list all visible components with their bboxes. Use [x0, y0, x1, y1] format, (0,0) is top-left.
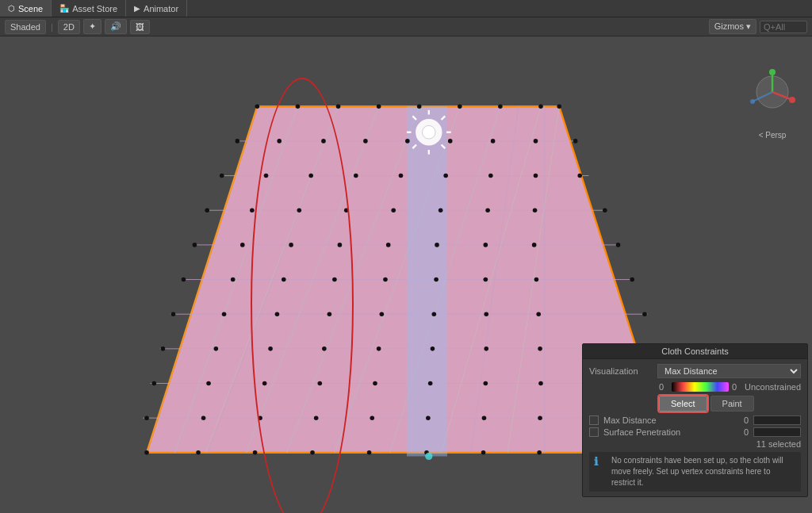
svg-point-30	[296, 104, 301, 109]
effects-button[interactable]: 🖼	[130, 20, 150, 34]
svg-point-66	[240, 243, 245, 247]
max-distance-value: 0	[733, 415, 749, 425]
svg-point-53	[488, 174, 493, 178]
svg-rect-28	[407, 106, 447, 456]
scene-toolbar: Shaded | 2D ✦ 🔊 🖼 Gizmos ▾	[0, 17, 812, 36]
svg-point-112	[258, 415, 262, 420]
max-distance-label: Max Distance	[603, 415, 728, 425]
svg-point-102	[206, 381, 211, 386]
svg-point-116	[482, 415, 487, 420]
svg-point-52	[443, 174, 448, 178]
svg-point-85	[275, 312, 280, 316]
panel-title: Cloth Constraints	[583, 344, 807, 359]
svg-point-69	[386, 243, 391, 247]
visualization-dropdown[interactable]: Max Distance	[657, 364, 801, 378]
svg-point-43	[448, 139, 453, 144]
svg-point-122	[310, 450, 315, 455]
svg-point-108	[538, 381, 543, 386]
viewport: < Persp Cloth Constraints Visualization …	[0, 36, 812, 513]
tab-animator[interactable]: ▶ Animator	[126, 0, 187, 17]
paint-button[interactable]: Paint	[710, 396, 754, 412]
svg-point-119	[144, 450, 149, 455]
search-input[interactable]	[760, 21, 807, 33]
max-distance-checkbox[interactable]	[589, 415, 599, 425]
gizmos-button[interactable]: Gizmos ▾	[709, 19, 756, 34]
lighting-button[interactable]: ✦	[83, 19, 102, 34]
svg-point-113	[314, 415, 319, 420]
svg-point-57	[250, 208, 255, 212]
mode-2d-button[interactable]: 2D	[58, 20, 80, 34]
select-button[interactable]: Select	[659, 396, 707, 412]
svg-point-92	[161, 346, 166, 351]
svg-point-38	[235, 139, 239, 144]
tab-asset-store-label: Asset Store	[72, 4, 117, 13]
svg-point-75	[231, 278, 236, 282]
tab-scene-label: Scene	[18, 4, 43, 13]
svg-point-34	[458, 104, 462, 109]
tab-asset-store[interactable]: 🏪 Asset Store	[52, 0, 126, 17]
svg-point-70	[435, 243, 439, 247]
svg-point-90	[536, 312, 541, 316]
svg-point-98	[484, 346, 488, 351]
svg-point-129	[422, 125, 435, 139]
svg-point-97	[431, 346, 435, 351]
svg-point-78	[383, 278, 388, 282]
audio-button[interactable]: 🔊	[105, 19, 127, 34]
gradient-row: 0 0 Unconstrained	[589, 382, 801, 392]
svg-point-117	[538, 415, 542, 420]
selected-count-row: 11 selected	[589, 439, 801, 449]
visualization-label: Visualization	[589, 366, 653, 376]
svg-point-121	[253, 450, 258, 455]
svg-point-65	[193, 243, 197, 247]
svg-point-107	[484, 381, 488, 386]
svg-point-143	[789, 97, 795, 103]
svg-point-95	[322, 346, 327, 351]
surface-penetration-checkbox[interactable]	[589, 427, 599, 437]
shading-dropdown[interactable]: Shaded	[5, 20, 46, 34]
info-text: No constraints have been set up, so the …	[611, 455, 796, 488]
svg-point-138	[425, 453, 432, 460]
svg-point-50	[354, 174, 358, 178]
svg-point-58	[297, 208, 302, 212]
svg-point-33	[417, 104, 422, 109]
svg-point-120	[196, 450, 201, 455]
svg-point-123	[367, 450, 372, 455]
svg-point-88	[432, 312, 437, 316]
svg-point-29	[255, 104, 260, 109]
svg-point-111	[201, 415, 206, 420]
nav-cube[interactable]: < Persp	[741, 68, 804, 147]
tab-scene[interactable]: ⬡ Scene	[0, 0, 52, 17]
persp-label: < Persp	[741, 131, 804, 140]
unconstrained-label: Unconstrained	[745, 382, 801, 392]
selected-count: 11 selected	[756, 439, 801, 449]
tab-animator-label: Animator	[144, 4, 178, 13]
svg-point-71	[484, 243, 488, 247]
svg-point-81	[534, 278, 539, 282]
svg-point-126	[537, 450, 542, 455]
surface-penetration-bar	[753, 427, 801, 437]
surface-penetration-value: 0	[733, 427, 749, 437]
svg-point-31	[336, 104, 341, 109]
svg-point-80	[484, 278, 488, 282]
svg-point-105	[373, 381, 377, 386]
svg-point-101	[152, 381, 157, 386]
svg-point-63	[533, 208, 538, 212]
svg-point-93	[214, 346, 219, 351]
svg-point-83	[171, 312, 176, 316]
svg-point-73	[616, 243, 621, 247]
svg-point-42	[405, 139, 410, 144]
max-distance-bar	[753, 415, 801, 425]
surface-penetration-row: Surface Penetration 0	[589, 427, 801, 437]
svg-point-35	[498, 104, 503, 109]
svg-point-99	[538, 346, 542, 351]
svg-point-114	[370, 415, 374, 420]
visualization-row: Visualization Max Distance	[589, 364, 801, 378]
svg-point-72	[532, 243, 537, 247]
max-distance-row: Max Distance 0	[589, 415, 801, 425]
nav-cube-svg	[741, 68, 804, 132]
svg-point-104	[318, 381, 323, 386]
scene-icon: ⬡	[8, 4, 15, 13]
panel-body: Visualization Max Distance 0 0 Unconstra…	[583, 359, 807, 496]
select-paint-row: Select Paint	[589, 396, 801, 412]
svg-point-91	[642, 312, 647, 316]
